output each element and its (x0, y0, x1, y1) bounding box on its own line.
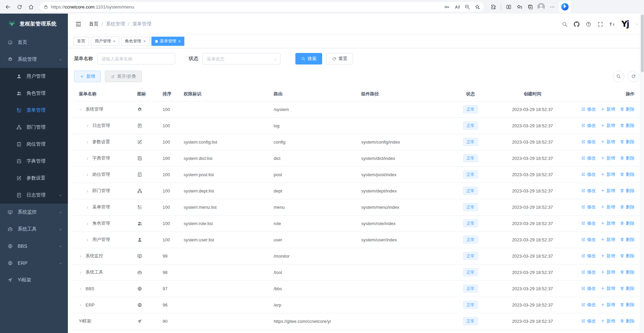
status-select[interactable] (202, 53, 280, 64)
expand-collapse-button[interactable]: 展开/折叠 (105, 71, 142, 82)
tab-首页[interactable]: 首页 (73, 37, 89, 46)
edit-link[interactable]: 修改 (581, 237, 596, 243)
row-expand-toggle[interactable] (79, 254, 86, 258)
row-expand-toggle[interactable] (86, 205, 92, 209)
add-link[interactable]: 新增 (601, 123, 615, 129)
add-link[interactable]: 新增 (601, 139, 615, 145)
browser-home-button[interactable] (26, 2, 36, 12)
delete-link[interactable]: 删除 (620, 285, 634, 292)
user-avatar[interactable]: Yj (621, 20, 629, 28)
add-link[interactable]: 新增 (601, 204, 615, 210)
tab-用户管理[interactable]: 用户管理× (91, 37, 119, 46)
tab-角色管理[interactable]: 角色管理× (121, 37, 149, 46)
edit-link[interactable]: 修改 (581, 155, 596, 161)
sidebar-subitem-参数设置[interactable]: 参数设置 (0, 170, 68, 187)
browser-menu-button[interactable] (547, 2, 557, 12)
zoom-out-button[interactable] (462, 2, 472, 11)
favorites-button[interactable] (514, 2, 525, 12)
add-link[interactable]: 新增 (601, 155, 615, 161)
row-expand-toggle[interactable] (79, 107, 86, 112)
edit-link[interactable]: 修改 (581, 220, 596, 226)
add-link[interactable]: 新增 (601, 269, 615, 275)
row-expand-toggle[interactable] (86, 172, 92, 177)
sidebar-subitem-字典管理[interactable]: 字典管理 (0, 153, 68, 170)
browser-refresh-button[interactable] (14, 2, 24, 12)
close-tab-icon[interactable]: × (143, 39, 146, 44)
add-link[interactable]: 新增 (601, 237, 615, 243)
row-expand-toggle[interactable] (86, 156, 92, 161)
reset-button[interactable]: 重置 (326, 53, 353, 64)
edit-link[interactable]: 修改 (581, 139, 596, 145)
collections-button[interactable] (525, 2, 535, 12)
read-aloud-button[interactable] (452, 2, 462, 11)
row-expand-toggle[interactable] (86, 238, 92, 242)
collapse-sidebar-button[interactable] (73, 18, 84, 30)
show-search-toggle-button[interactable] (613, 71, 624, 82)
split-screen-button[interactable] (503, 2, 514, 12)
sidebar-item-首页[interactable]: 首页 (0, 34, 68, 51)
delete-link[interactable]: 删除 (620, 237, 634, 243)
sidebar-item-系统监控[interactable]: 系统监控 (0, 204, 68, 221)
tab-菜单管理[interactable]: 菜单管理× (151, 37, 184, 46)
row-expand-toggle[interactable] (86, 189, 92, 193)
add-link[interactable]: 新增 (601, 318, 615, 324)
row-expand-toggle[interactable] (79, 270, 86, 275)
menu-name-input[interactable] (97, 53, 175, 64)
password-button[interactable] (442, 2, 452, 11)
delete-link[interactable]: 删除 (620, 171, 634, 178)
delete-link[interactable]: 删除 (620, 253, 634, 259)
add-link[interactable]: 新增 (601, 188, 615, 194)
refresh-table-button[interactable] (628, 71, 639, 82)
add-link[interactable]: 新增 (601, 285, 615, 292)
edit-link[interactable]: 修改 (581, 302, 596, 308)
edit-link[interactable]: 修改 (581, 269, 596, 275)
delete-link[interactable]: 删除 (620, 302, 634, 308)
add-link[interactable]: 新增 (601, 253, 615, 259)
edit-link[interactable]: 修改 (581, 188, 596, 194)
sidebar-subitem-角色管理[interactable]: 角色管理 (0, 85, 68, 102)
sidebar-subitem-用户管理[interactable]: 用户管理 (0, 68, 68, 85)
edit-link[interactable]: 修改 (581, 285, 596, 292)
delete-link[interactable]: 删除 (620, 204, 634, 210)
font-size-button[interactable]: TT (609, 21, 615, 27)
copilot-button[interactable] (559, 1, 571, 13)
close-tab-icon[interactable]: × (113, 39, 115, 44)
sidebar-item-系统工具[interactable]: 系统工具 (0, 221, 68, 238)
edit-link[interactable]: 修改 (581, 318, 596, 324)
delete-link[interactable]: 删除 (620, 106, 634, 112)
delete-link[interactable]: 删除 (620, 139, 634, 145)
delete-link[interactable]: 删除 (620, 123, 634, 129)
status-select-input[interactable] (202, 53, 280, 64)
github-button[interactable] (574, 21, 579, 27)
delete-link[interactable]: 删除 (620, 318, 634, 324)
delete-link[interactable]: 删除 (620, 269, 634, 275)
row-expand-toggle[interactable] (86, 140, 92, 144)
browser-profile-button[interactable] (536, 2, 546, 12)
page-scrollbar[interactable] (640, 14, 644, 333)
sidebar-item-ERP[interactable]: ERP (0, 255, 68, 272)
close-tab-icon[interactable]: × (178, 39, 181, 44)
add-link[interactable]: 新增 (601, 171, 615, 178)
sidebar-item-BBS[interactable]: BBS (0, 238, 68, 255)
edit-link[interactable]: 修改 (581, 253, 596, 259)
row-expand-toggle[interactable] (86, 124, 92, 128)
favorite-this-page-button[interactable] (473, 2, 482, 11)
add-button[interactable]: 新增 (74, 71, 101, 82)
row-expand-toggle[interactable] (86, 221, 92, 226)
address-bar[interactable]: https://ccnetcore.com:1101/system/menu (39, 2, 484, 12)
app-logo[interactable]: 意框架管理系统 (0, 14, 68, 34)
header-search-button[interactable] (562, 21, 568, 27)
sidebar-subitem-菜单管理[interactable]: 菜单管理 (0, 102, 68, 119)
row-expand-toggle[interactable] (79, 303, 86, 308)
add-link[interactable]: 新增 (601, 220, 615, 226)
scrollbar-thumb[interactable] (641, 15, 644, 72)
add-link[interactable]: 新增 (601, 302, 615, 308)
search-button[interactable]: 搜索 (295, 53, 322, 64)
edit-link[interactable]: 修改 (581, 204, 596, 210)
sidebar-subitem-岗位管理[interactable]: 岗位管理 (0, 136, 68, 153)
help-button[interactable] (586, 21, 591, 27)
avatar-menu-button[interactable] (635, 21, 639, 27)
edit-link[interactable]: 修改 (581, 123, 596, 129)
row-expand-toggle[interactable] (79, 287, 86, 291)
edit-link[interactable]: 修改 (581, 106, 596, 112)
